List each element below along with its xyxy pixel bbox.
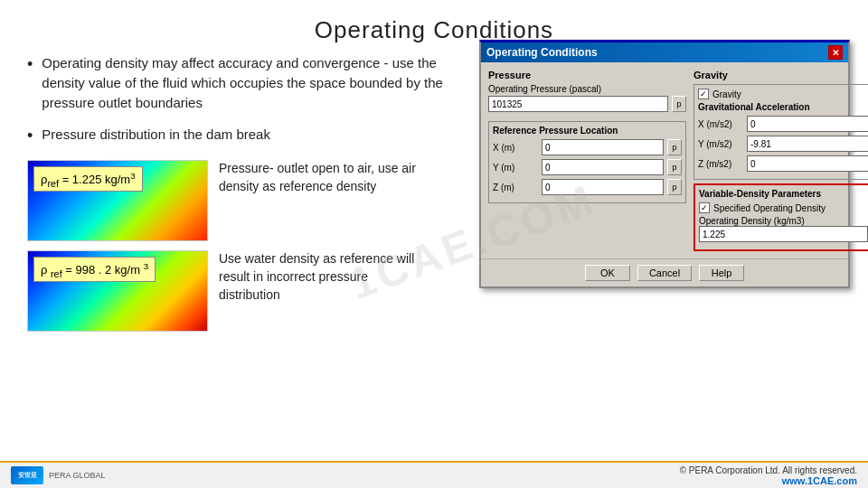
bottom-bar: 安世亚 PERA GLOBAL © PERA Corporation Ltd. … [0,461,868,488]
grav-y-row: Y (m/s2) p [698,136,868,152]
gravity-checkbox-row: ✓ Gravity [698,89,868,99]
image-caption-1: Pressure- outlet open to air, use air de… [219,160,418,195]
specified-density-checkbox-row: ✓ Specified Operating Density [699,202,868,213]
gravity-section-label: Gravity [693,70,868,80]
grav-z-row: Z (m/s2) p [698,155,868,172]
bullet-list: • Operating density may affect accuracy … [27,53,452,147]
left-column: • Operating density may affect accuracy … [27,53,452,332]
grav-z-label: Z (m/s2) [698,159,743,169]
bullet-text-2: Pressure distribution in the dam break [42,125,270,145]
bottom-logo: 安世亚 PERA GLOBAL [11,466,106,484]
density-value-row: p [699,226,868,242]
dialog-gravity-panel: Gravity ✓ Gravity Gravitational Accelera… [693,70,868,251]
specified-density-label: Specified Operating Density [713,203,826,213]
operating-pressure-group: Operating Pressure (pascal) p [488,84,686,116]
ref-z-label: Z (m) [493,183,538,192]
ref-y-label: Y (m) [493,163,538,173]
ref-y-input[interactable] [542,159,664,175]
operating-conditions-dialog[interactable]: Operating Conditions ✕ Pressure Operatin… [479,40,850,288]
image-row-1: ρref = 1.225 kg/m3 Pressure- outlet open… [27,160,452,241]
bullet-dot: • [27,53,33,76]
dialog-title: Operating Conditions [486,46,598,59]
operating-pressure-row: p [488,96,686,112]
cancel-button[interactable]: Cancel [637,265,692,281]
gravitational-accel-label: Gravitational Acceleration [698,102,868,112]
list-item: • Operating density may affect accuracy … [27,53,452,112]
rho-label-2: ρ ref = 998 . 2 kg/m 3 [41,263,148,277]
image-label-1: ρref = 1.225 kg/m3 [33,166,143,192]
reference-pressure-title: Reference Pressure Location [493,126,682,136]
dialog-titlebar: Operating Conditions ✕ [481,42,848,62]
operating-density-label: Operating Density (kg/m3) [699,216,868,226]
close-button[interactable]: ✕ [828,45,843,60]
grav-x-input[interactable] [747,116,868,132]
pressure-section-label: Pressure [488,70,686,80]
list-item: • Pressure distribution in the dam break [27,125,452,147]
ref-x-label: X (m) [493,143,538,153]
help-button[interactable]: Help [699,265,744,281]
reference-pressure-group: Reference Pressure Location X (m) p Y (m… [488,121,686,203]
specified-density-checkbox[interactable]: ✓ [699,202,710,213]
operating-pressure-input[interactable] [488,96,668,112]
bottom-right: © PERA Corporation Ltd. All rights reser… [680,465,857,486]
dialog-buttons: OK Cancel Help [481,258,848,286]
operating-pressure-label: Operating Pressure (pascal) [488,84,686,94]
ref-x-input[interactable] [542,139,664,155]
copyright-text: © PERA Corporation Ltd. All rights reser… [680,465,857,475]
website-text: www.1CAE.com [680,475,857,486]
cfd-image-1: ρref = 1.225 kg/m3 [27,160,208,241]
gravity-checkbox[interactable]: ✓ [698,89,709,99]
dialog-pressure-panel: Pressure Operating Pressure (pascal) p R… [488,70,686,251]
grav-z-input[interactable] [747,155,868,172]
density-input[interactable] [699,226,868,242]
bullet-text-1: Operating density may affect accuracy an… [42,53,452,112]
ref-x-row: X (m) p [493,139,682,155]
bullet-dot-2: • [27,125,33,147]
variable-density-title: Variable-Density Parameters [699,189,868,199]
ref-z-row: Z (m) p [493,179,682,195]
right-column: Operating Conditions ✕ Pressure Operatin… [470,53,841,332]
ref-z-btn[interactable]: p [667,179,682,195]
image-label-2: ρ ref = 998 . 2 kg/m 3 [33,257,156,282]
ref-z-input[interactable] [542,179,664,195]
gravity-checkbox-label: Gravity [712,89,741,99]
logo-icon: 安世亚 [11,466,43,484]
content-area: • Operating density may affect accuracy … [0,53,868,332]
logo-text: PERA GLOBAL [49,471,106,480]
ok-button[interactable]: OK [585,265,630,281]
dialog-body: Pressure Operating Pressure (pascal) p R… [481,62,848,258]
ref-y-btn[interactable]: p [667,159,682,175]
variable-density-box: Variable-Density Parameters ✓ Specified … [693,183,868,251]
operating-pressure-btn[interactable]: p [672,96,686,112]
grav-x-label: X (m/s2) [698,119,743,129]
rho-label-1: ρref = 1.225 kg/m3 [41,173,136,186]
grav-y-label: Y (m/s2) [698,139,743,149]
grav-y-input[interactable] [747,136,868,152]
image-caption-2: Use water density as reference will resu… [219,250,418,304]
cfd-image-2: ρ ref = 998 . 2 kg/m 3 [27,250,208,332]
grav-x-row: X (m/s2) p [698,116,868,132]
image-section: ρref = 1.225 kg/m3 Pressure- outlet open… [27,160,452,332]
ref-x-btn[interactable]: p [667,139,682,155]
image-row-2: ρ ref = 998 . 2 kg/m 3 Use water density… [27,250,452,332]
gravity-group: ✓ Gravity Gravitational Acceleration X (… [693,84,868,180]
ref-y-row: Y (m) p [493,159,682,175]
